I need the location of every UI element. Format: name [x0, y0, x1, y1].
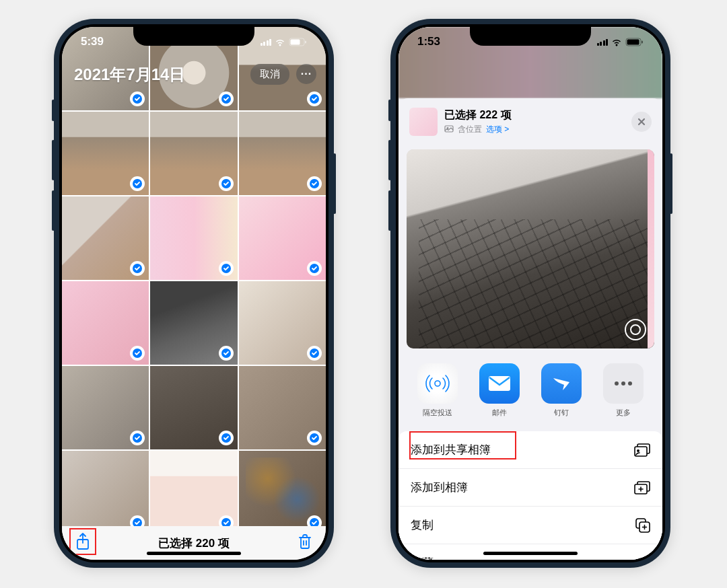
- phone-right: 1:53 已选择 222 项 含位置 选项 >: [390, 19, 670, 568]
- share-title: 已选择 222 项: [444, 108, 625, 122]
- options-link[interactable]: 选项 >: [486, 124, 509, 135]
- vol-down: [52, 190, 55, 231]
- check-icon: [307, 176, 322, 191]
- check-icon: [219, 346, 234, 361]
- check-icon: [130, 431, 145, 445]
- app-label: 邮件: [492, 408, 507, 418]
- action-label: 复制: [411, 517, 434, 533]
- live-photo-icon: [625, 319, 646, 340]
- action-label: 添加到相簿: [411, 480, 468, 495]
- check-icon: [130, 261, 145, 276]
- svg-point-27: [435, 381, 440, 386]
- preview-image[interactable]: [407, 149, 654, 348]
- photo-thumb[interactable]: [239, 281, 326, 365]
- hide-icon: [633, 557, 650, 560]
- copy-icon: [635, 518, 650, 533]
- wifi-icon: [611, 38, 623, 46]
- action-add-album[interactable]: 添加到相簿: [399, 469, 662, 507]
- battery-icon: [289, 38, 307, 46]
- selected-count: 已选择 220 项: [62, 536, 326, 551]
- check-icon: [307, 346, 322, 361]
- app-label: 钉钉: [554, 408, 569, 418]
- action-copy[interactable]: 复制: [399, 507, 662, 544]
- svg-rect-2: [305, 40, 306, 43]
- app-label: 隔空投送: [423, 408, 452, 418]
- share-button[interactable]: [75, 533, 90, 553]
- photo-thumb[interactable]: [62, 196, 149, 280]
- vol-down: [388, 190, 391, 231]
- check-icon: [130, 176, 145, 191]
- mute-switch: [52, 100, 55, 121]
- check-icon: [219, 176, 234, 191]
- mail-icon: [479, 363, 520, 404]
- photos-icon: [444, 125, 454, 135]
- notch: [470, 27, 591, 46]
- preview-thumb: [409, 108, 438, 136]
- vol-up: [52, 140, 55, 180]
- more-icon: [603, 363, 644, 404]
- photo-thumb[interactable]: [150, 451, 237, 534]
- check-icon: [130, 346, 145, 361]
- check-icon: [219, 431, 234, 445]
- status-time: 1:53: [417, 35, 440, 48]
- share-apps: 隔空投送 邮件 钉钉 更多: [399, 353, 662, 426]
- svg-rect-1: [291, 39, 300, 44]
- action-label: 添加到共享相簿: [411, 442, 491, 457]
- app-label: 更多: [616, 408, 631, 418]
- photo-thumb[interactable]: [239, 366, 326, 449]
- status-time: 5:39: [81, 35, 104, 48]
- power-button: [670, 153, 672, 214]
- delete-button[interactable]: [298, 534, 312, 552]
- share-header: 已选择 222 项 含位置 选项 >: [399, 98, 662, 145]
- svg-point-30: [621, 381, 625, 385]
- photo-thumb[interactable]: [150, 281, 237, 365]
- check-icon: [307, 91, 322, 106]
- check-icon: [219, 91, 234, 106]
- photo-thumb[interactable]: [62, 112, 149, 195]
- photo-thumb[interactable]: [150, 112, 237, 195]
- photo-thumb[interactable]: [239, 196, 326, 280]
- svg-point-31: [628, 381, 632, 385]
- album-icon: [634, 481, 650, 494]
- action-label: 隐藏: [411, 555, 434, 560]
- power-button: [333, 153, 336, 214]
- svg-point-33: [637, 449, 639, 452]
- photo-thumb[interactable]: [239, 451, 326, 534]
- svg-rect-23: [627, 39, 639, 44]
- home-indicator[interactable]: [147, 552, 241, 555]
- wifi-icon: [274, 38, 286, 46]
- action-list: 添加到共享相簿 添加到相簿 复制 隐藏: [399, 431, 662, 560]
- check-icon: [130, 91, 145, 106]
- dingding-icon: [541, 363, 582, 404]
- vol-up: [388, 140, 391, 180]
- app-dingding[interactable]: 钉钉: [538, 363, 585, 418]
- photo-thumb[interactable]: [62, 366, 149, 449]
- home-indicator[interactable]: [483, 552, 578, 555]
- mute-switch: [388, 100, 391, 121]
- app-airdrop[interactable]: 隔空投送: [414, 363, 461, 418]
- svg-point-26: [447, 127, 448, 128]
- photo-thumb[interactable]: [150, 366, 237, 449]
- phone-left: 5:39: [54, 19, 334, 568]
- check-icon: [219, 261, 234, 276]
- signal-icon: [597, 38, 609, 46]
- shared-album-icon: [634, 443, 650, 457]
- photo-thumb[interactable]: [150, 196, 237, 280]
- notch: [133, 27, 254, 46]
- svg-rect-24: [642, 40, 643, 43]
- app-mail[interactable]: 邮件: [476, 363, 523, 418]
- photo-thumb[interactable]: [239, 112, 326, 195]
- close-button[interactable]: [631, 112, 652, 132]
- svg-point-29: [615, 381, 619, 385]
- photo-thumb[interactable]: [62, 451, 149, 534]
- share-subtitle: 含位置: [458, 124, 482, 135]
- photo-thumb[interactable]: [62, 281, 149, 365]
- action-add-shared-album[interactable]: 添加到共享相簿: [399, 431, 662, 469]
- share-sheet: 已选择 222 项 含位置 选项 > 隔空投送: [399, 98, 662, 560]
- app-more[interactable]: 更多: [600, 363, 647, 418]
- battery-icon: [625, 38, 644, 46]
- check-icon: [307, 431, 322, 445]
- airdrop-icon: [417, 363, 458, 404]
- check-icon: [307, 261, 322, 276]
- signal-icon: [261, 38, 272, 46]
